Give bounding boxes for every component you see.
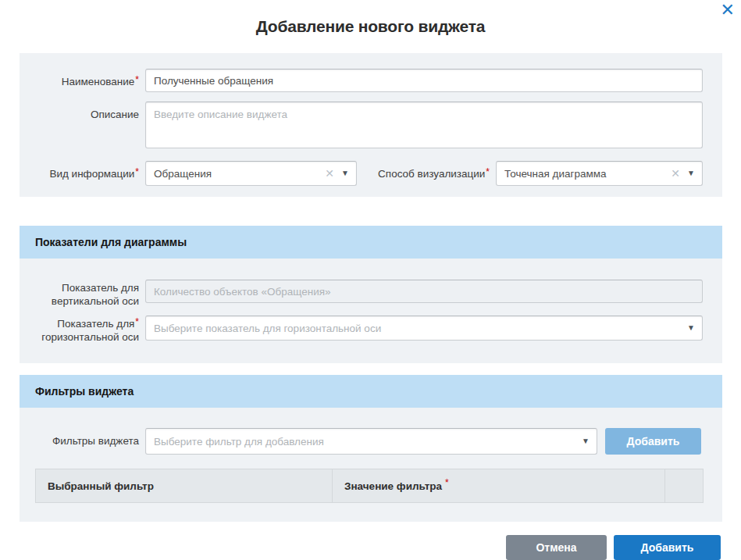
vertical-axis-input bbox=[145, 280, 703, 303]
filter-select-label: Фильтры виджета bbox=[20, 428, 145, 448]
filters-section-body: Фильтры виджета Выберите фильтр для доба… bbox=[20, 408, 722, 522]
horizontal-axis-placeholder: Выберите показатель для горизонтальной о… bbox=[154, 323, 687, 334]
horizontal-axis-label: Показатель для* горизонтальной оси bbox=[20, 316, 145, 344]
indicators-section-body: Показатель для вертикальной оси Показате… bbox=[20, 259, 722, 363]
horizontal-axis-label-line2: горизонтальной оси bbox=[41, 331, 139, 343]
vertical-axis-label: Показатель для вертикальной оси bbox=[20, 280, 145, 308]
column-header-filter-value-text: Значение фильтра bbox=[344, 480, 442, 492]
name-label: Наименование* bbox=[20, 69, 145, 88]
info-type-select[interactable]: Обращения ✕ ▼ bbox=[145, 161, 357, 186]
required-asterisk: * bbox=[135, 166, 139, 177]
dialog-footer: Отмена Добавить bbox=[0, 535, 721, 560]
chevron-down-icon[interactable]: ▼ bbox=[687, 169, 695, 177]
column-header-selected-filter-text: Выбранный фильтр bbox=[48, 480, 154, 492]
filter-select-row: Фильтры виджета Выберите фильтр для доба… bbox=[20, 428, 722, 455]
info-type-value: Обращения bbox=[154, 168, 325, 180]
visualization-label: Способ визуализации* bbox=[357, 161, 496, 180]
info-type-label: Вид информации* bbox=[20, 161, 145, 180]
chevron-down-icon[interactable]: ▼ bbox=[687, 324, 695, 332]
info-type-label-text: Вид информации bbox=[49, 168, 134, 180]
vertical-axis-field-wrap bbox=[145, 280, 703, 303]
name-label-text: Наименование bbox=[62, 76, 135, 87]
description-field-wrap bbox=[145, 102, 703, 152]
vertical-axis-row: Показатель для вертикальной оси bbox=[20, 280, 722, 308]
add-widget-dialog: ✕ Добавление нового виджета Наименование… bbox=[0, 0, 741, 560]
chevron-down-icon[interactable]: ▼ bbox=[582, 437, 590, 445]
horizontal-axis-label-line1: Показатель для bbox=[57, 318, 134, 330]
filters-section-header: Фильтры виджета bbox=[20, 375, 722, 408]
visualization-value: Точечная диаграмма bbox=[504, 168, 671, 180]
description-textarea[interactable] bbox=[145, 102, 703, 148]
visualization-select[interactable]: Точечная диаграмма ✕ ▼ bbox=[496, 161, 703, 186]
add-filter-button[interactable]: Добавить bbox=[605, 428, 701, 455]
required-asterisk: * bbox=[445, 477, 449, 488]
close-icon[interactable]: ✕ bbox=[721, 1, 735, 20]
description-label-text: Описание bbox=[91, 109, 139, 120]
column-header-filter-value: Значение фильтра* bbox=[333, 469, 665, 502]
submit-button[interactable]: Добавить bbox=[614, 535, 721, 560]
clear-icon[interactable]: ✕ bbox=[325, 168, 334, 179]
filter-select[interactable]: Выберите фильтр для добавления ▼ bbox=[145, 428, 597, 455]
clear-icon[interactable]: ✕ bbox=[671, 168, 680, 179]
filter-select-placeholder: Выберите фильтр для добавления bbox=[154, 436, 582, 448]
main-form-panel: Наименование* Описание Вид информации* О… bbox=[20, 53, 722, 197]
name-field-wrap bbox=[145, 69, 703, 92]
page-title: Добавление нового виджета bbox=[0, 0, 741, 37]
name-input[interactable] bbox=[145, 69, 703, 92]
description-row: Описание bbox=[20, 102, 722, 152]
filters-section: Фильтры виджета Фильтры виджета Выберите… bbox=[20, 375, 722, 522]
cancel-button[interactable]: Отмена bbox=[506, 535, 607, 560]
filters-table-header: Выбранный фильтр Значение фильтра* bbox=[35, 469, 704, 503]
filter-select-label-text: Фильтры виджета bbox=[52, 435, 139, 447]
horizontal-axis-row: Показатель для* горизонтальной оси Выбер… bbox=[20, 316, 722, 344]
vertical-axis-label-line2: вертикальной оси bbox=[52, 295, 139, 307]
indicators-section-header: Показатели для диаграммы bbox=[20, 226, 722, 259]
required-asterisk: * bbox=[135, 74, 139, 85]
visualization-label-text: Способ визуализации bbox=[378, 168, 485, 180]
required-asterisk: * bbox=[135, 316, 139, 327]
description-label: Описание bbox=[20, 102, 145, 121]
column-header-actions bbox=[665, 469, 703, 502]
column-header-selected-filter: Выбранный фильтр bbox=[36, 469, 333, 502]
name-row: Наименование* bbox=[20, 69, 722, 92]
horizontal-axis-field-wrap: Выберите показатель для горизонтальной о… bbox=[145, 316, 703, 341]
required-asterisk: * bbox=[486, 166, 490, 177]
vertical-axis-label-line1: Показатель для bbox=[62, 282, 139, 294]
chevron-down-icon[interactable]: ▼ bbox=[341, 169, 349, 177]
selects-row: Вид информации* Обращения ✕ ▼ Способ виз… bbox=[20, 161, 722, 186]
horizontal-axis-select[interactable]: Выберите показатель для горизонтальной о… bbox=[145, 316, 703, 341]
indicators-section: Показатели для диаграммы Показатель для … bbox=[20, 226, 722, 363]
